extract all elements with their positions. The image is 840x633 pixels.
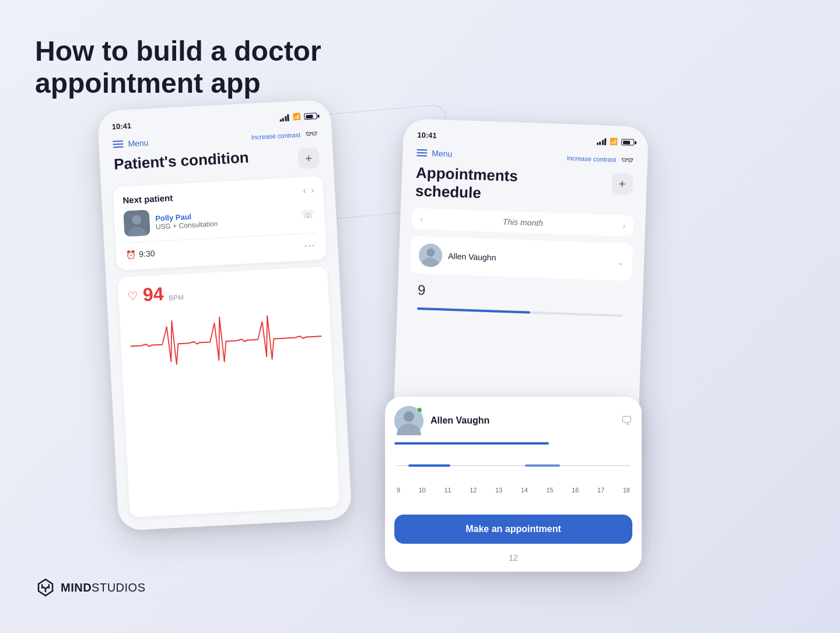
appointment-time: ⏰ 9:30	[125, 249, 155, 260]
bpm-value: 94	[142, 283, 164, 306]
phone-call-icon[interactable]: ☏	[302, 208, 316, 221]
time-label-15: 15	[546, 487, 553, 494]
heart-rate-card: ♡ 94 BPM	[117, 267, 340, 517]
time-label-18: 18	[623, 487, 630, 494]
day-number: 9	[407, 277, 634, 311]
nav-right-2: Increase contrast 👓	[566, 152, 634, 167]
chevron-down-icon[interactable]: ⌄	[617, 257, 625, 267]
phone-patient-condition: 10:41 📶 Menu Increase contrast	[97, 99, 352, 531]
time-label-14: 14	[521, 487, 528, 494]
time-label-9: 9	[397, 487, 400, 494]
accessibility-icon-1: 👓	[304, 127, 318, 141]
increase-contrast-label-1[interactable]: Increase contrast	[251, 131, 300, 141]
status-time-2: 10:41	[417, 131, 437, 140]
bottom-number: 12	[394, 550, 632, 562]
phone-scheduling-card: Allen Vaughn 🗨 9 10 11 12 13 14 15 16 17…	[385, 397, 642, 572]
online-status-dot	[416, 407, 422, 413]
card-nav-arrows[interactable]: ‹ ›	[303, 185, 314, 196]
status-time-1: 10:41	[111, 121, 131, 131]
menu-label-2: Menu	[432, 149, 453, 159]
page-title: How to build a doctor appointment app	[35, 35, 321, 99]
time-label-11: 11	[444, 487, 451, 494]
svg-point-6	[404, 411, 414, 422]
accessibility-icon-2: 👓	[621, 153, 634, 167]
plus-button-2[interactable]: +	[611, 173, 633, 194]
time-label-13: 13	[495, 487, 502, 494]
wifi-icon-2: 📶	[610, 138, 618, 145]
time-label-16: 16	[572, 487, 579, 494]
time-label-10: 10	[419, 487, 426, 494]
next-patient-label: Next patient	[123, 193, 173, 205]
make-appointment-button[interactable]: Make an appointment	[394, 515, 632, 544]
prev-month-arrow[interactable]: ‹	[420, 214, 423, 223]
wifi-icon: 📶	[292, 113, 301, 121]
logo: MINDSTUDIOS	[35, 577, 146, 598]
heart-icon: ♡	[127, 288, 138, 303]
more-options-icon[interactable]: ⋯	[303, 238, 317, 253]
patient-avatar	[123, 210, 150, 237]
clock-icon: ⏰	[125, 250, 136, 260]
message-icon[interactable]: 🗨	[621, 414, 632, 428]
timeline-progress-bar	[394, 442, 549, 445]
nav-right-1: Increase contrast 👓	[251, 127, 318, 144]
title-line2: appointment app	[35, 67, 321, 99]
status-icons-2: 📶	[596, 137, 634, 146]
month-label: This month	[502, 217, 543, 228]
doctor-name-3: Allen Vaughn	[430, 415, 489, 426]
doctor-selector[interactable]: Allen Vaughn ⌄	[410, 236, 633, 281]
hamburger-icon-2	[416, 149, 427, 157]
signal-icon	[279, 114, 289, 121]
battery-icon	[304, 113, 317, 120]
battery-icon-2	[621, 139, 634, 146]
menu-button-1[interactable]: Menu	[113, 138, 149, 149]
mind-studios-icon	[35, 577, 56, 598]
timeline-vis	[397, 454, 630, 477]
doctor-avatar-2	[418, 243, 442, 267]
time-value: 9:30	[139, 249, 155, 258]
month-nav: ‹ This month ›	[412, 208, 634, 237]
doctor-row-3: Allen Vaughn 🗨	[394, 406, 632, 435]
screen-title-2: Appointments schedule	[415, 164, 612, 207]
time-labels-row: 9 10 11 12 13 14 15 16 17 18	[394, 487, 632, 494]
doctor-name-2: Allen Vaughn	[448, 251, 611, 267]
logo-text: MINDSTUDIOS	[61, 581, 146, 594]
time-label-12: 12	[470, 487, 477, 494]
signal-icon-2	[596, 138, 606, 145]
title-line1: How to build a doctor	[35, 35, 321, 67]
hamburger-icon	[113, 141, 124, 148]
next-arrow-icon[interactable]: ›	[310, 185, 314, 195]
patient-card: Next patient ‹ › Polly Paul USG + Consul	[113, 176, 327, 271]
plus-button-1[interactable]: +	[298, 147, 320, 169]
status-icons-1: 📶	[279, 112, 317, 121]
patient-info: Polly Paul USG + Consultation	[155, 207, 296, 231]
progress-fill	[417, 307, 530, 314]
prev-arrow-icon[interactable]: ‹	[303, 185, 306, 195]
time-label-17: 17	[597, 487, 604, 494]
menu-label-1: Menu	[128, 138, 149, 148]
next-month-arrow[interactable]: ›	[622, 221, 625, 230]
bpm-label: BPM	[169, 293, 184, 305]
increase-contrast-label-2[interactable]: Increase contrast	[567, 155, 617, 163]
doctor-avatar-3	[394, 406, 424, 435]
menu-button-2[interactable]: Menu	[416, 148, 453, 159]
ecg-chart	[128, 301, 323, 381]
